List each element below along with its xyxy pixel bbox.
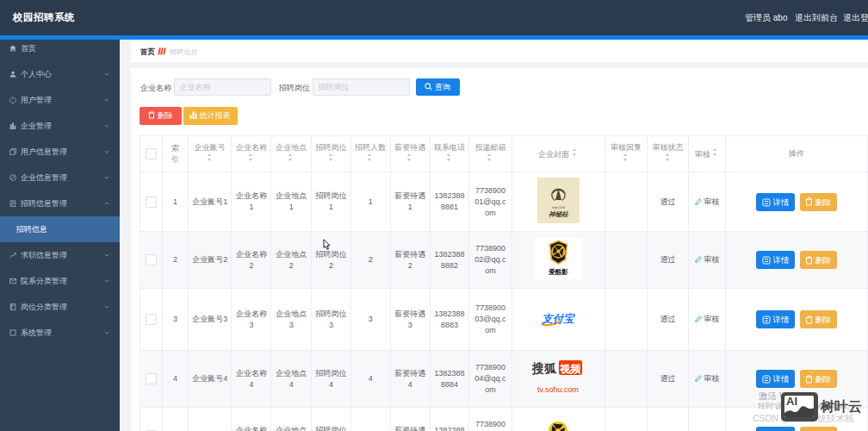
svg-text:tv.sohu.com: tv.sohu.com — [537, 385, 579, 394]
svg-text:爱酷影: 爱酷影 — [548, 267, 568, 275]
svg-text:视频: 视频 — [560, 363, 582, 375]
svg-text:支付宝: 支付宝 — [542, 312, 576, 324]
svg-text:神秘桂: 神秘桂 — [549, 210, 569, 218]
svg-text:搜狐: 搜狐 — [531, 361, 557, 375]
svg-text:中国名酒坊: 中国名酒坊 — [551, 206, 566, 209]
